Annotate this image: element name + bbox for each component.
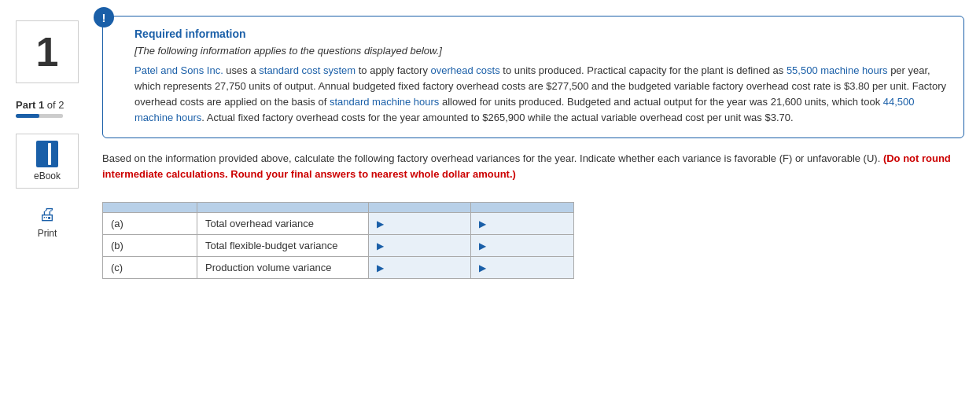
- row-b-arrow2: ▶: [479, 240, 486, 251]
- part-progress-bar: [16, 114, 63, 118]
- row-b-input2[interactable]: ▶: [471, 235, 574, 257]
- ebook-section[interactable]: eBook: [16, 134, 79, 189]
- instructions-bold-warning: (Do not round intermediate calculations.…: [102, 152, 951, 181]
- row-a-letter: (a): [103, 213, 197, 235]
- ebook-label: eBook: [34, 170, 61, 182]
- table-header-col0: [103, 203, 197, 213]
- table-header-col3: [471, 203, 574, 213]
- info-subtitle: [The following information applies to th…: [134, 45, 949, 57]
- row-b-label: Total flexible-budget variance: [197, 235, 369, 257]
- row-b-letter: (b): [103, 235, 197, 257]
- row-c-arrow2: ▶: [479, 262, 486, 273]
- table-header-col2: [368, 203, 471, 213]
- part-label: Part 1 of 2: [16, 99, 64, 111]
- info-body: Patel and Sons Inc. uses a standard cost…: [134, 63, 949, 126]
- table-wrapper: (a) Total overhead variance ▶ ▶ (b) Tota…: [102, 196, 964, 279]
- row-c-input2[interactable]: ▶: [471, 257, 574, 279]
- print-label: Print: [38, 228, 57, 239]
- row-a-input1[interactable]: ▶: [368, 213, 471, 235]
- row-a-label: Total overhead variance: [197, 213, 369, 235]
- part-indicator: Part 1 of 2: [16, 99, 79, 118]
- info-title: Required information: [134, 28, 949, 40]
- question-number: 1: [16, 20, 79, 83]
- info-highlight-3: overhead costs: [431, 64, 500, 76]
- table-row: (a) Total overhead variance ▶ ▶: [103, 213, 574, 235]
- row-c-letter: (c): [103, 257, 197, 279]
- row-a-arrow1: ▶: [377, 218, 384, 229]
- row-b-input1[interactable]: ▶: [368, 235, 471, 257]
- table-header-col1: [197, 203, 369, 213]
- row-c-arrow1: ▶: [377, 262, 384, 273]
- row-a-arrow2: ▶: [479, 218, 486, 229]
- row-b-arrow1: ▶: [377, 240, 384, 251]
- info-highlight-1: Patel and Sons Inc.: [134, 64, 223, 76]
- row-c-label: Production volume variance: [197, 257, 369, 279]
- table-row: (c) Production volume variance ▶ ▶: [103, 257, 574, 279]
- info-highlight-4: 55,500 machine hours: [787, 64, 888, 76]
- sidebar: 1 Part 1 of 2 eBook 🖨 Print: [0, 13, 94, 282]
- row-a-input2[interactable]: ▶: [471, 213, 574, 235]
- info-icon: !: [94, 7, 114, 28]
- info-highlight-5: standard machine hours: [330, 96, 439, 108]
- variance-table: (a) Total overhead variance ▶ ▶ (b) Tota…: [102, 202, 574, 279]
- part-progress-fill: [16, 114, 39, 118]
- row-c-input1[interactable]: ▶: [368, 257, 471, 279]
- main-content: ! Required information [The following in…: [94, 13, 980, 282]
- info-box: ! Required information [The following in…: [102, 16, 964, 138]
- info-highlight-2: standard cost system: [259, 64, 356, 76]
- print-section[interactable]: 🖨 Print: [16, 204, 79, 239]
- table-row: (b) Total flexible-budget variance ▶ ▶: [103, 235, 574, 257]
- instructions-text: Based on the information provided above,…: [102, 151, 964, 184]
- print-icon: 🖨: [39, 204, 56, 225]
- info-highlight-6: 44,500 machine hours: [134, 96, 915, 123]
- ebook-icon: [36, 141, 58, 167]
